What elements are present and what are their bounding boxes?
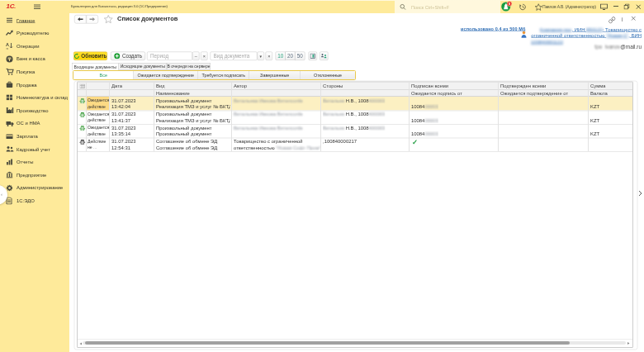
svg-text:я: я <box>7 46 8 50</box>
